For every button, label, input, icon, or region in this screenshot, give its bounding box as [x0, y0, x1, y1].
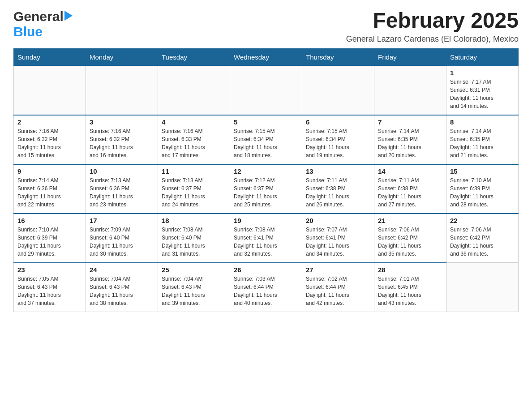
day-info: Sunrise: 7:05 AM Sunset: 6:43 PM Dayligh… — [17, 275, 82, 307]
calendar-cell — [446, 263, 519, 312]
day-info: Sunrise: 7:15 AM Sunset: 6:34 PM Dayligh… — [234, 127, 298, 159]
day-number: 22 — [450, 217, 515, 224]
calendar-cell: 11Sunrise: 7:13 AM Sunset: 6:37 PM Dayli… — [158, 164, 230, 214]
calendar-cell: 12Sunrise: 7:12 AM Sunset: 6:37 PM Dayli… — [230, 164, 302, 214]
day-info: Sunrise: 7:16 AM Sunset: 6:33 PM Dayligh… — [162, 127, 226, 159]
day-number: 14 — [378, 167, 442, 175]
day-number: 26 — [234, 266, 298, 274]
calendar-cell: 16Sunrise: 7:10 AM Sunset: 6:39 PM Dayli… — [14, 214, 86, 263]
day-number: 24 — [90, 266, 154, 274]
calendar-cell: 27Sunrise: 7:02 AM Sunset: 6:44 PM Dayli… — [302, 263, 374, 312]
calendar-week-row: 23Sunrise: 7:05 AM Sunset: 6:43 PM Dayli… — [14, 263, 519, 312]
day-info: Sunrise: 7:01 AM Sunset: 6:45 PM Dayligh… — [378, 275, 442, 307]
day-number: 25 — [162, 266, 226, 274]
calendar-cell — [230, 66, 302, 115]
day-number: 23 — [17, 266, 82, 274]
calendar-cell: 14Sunrise: 7:11 AM Sunset: 6:38 PM Dayli… — [374, 164, 446, 214]
day-number: 3 — [90, 118, 154, 126]
day-number: 8 — [450, 118, 515, 126]
day-number: 19 — [234, 217, 298, 224]
day-number: 6 — [306, 118, 370, 126]
day-info: Sunrise: 7:08 AM Sunset: 6:41 PM Dayligh… — [234, 226, 298, 258]
logo-general-text: General — [13, 9, 64, 24]
calendar-cell: 23Sunrise: 7:05 AM Sunset: 6:43 PM Dayli… — [14, 263, 86, 312]
calendar-cell — [374, 66, 446, 115]
calendar-cell: 26Sunrise: 7:03 AM Sunset: 6:44 PM Dayli… — [230, 263, 302, 312]
logo-arrow-icon — [64, 11, 73, 22]
day-number: 16 — [17, 217, 82, 224]
day-info: Sunrise: 7:03 AM Sunset: 6:44 PM Dayligh… — [234, 275, 298, 307]
day-info: Sunrise: 7:10 AM Sunset: 6:39 PM Dayligh… — [17, 226, 82, 258]
logo: General Blue — [13, 9, 73, 39]
calendar-cell: 28Sunrise: 7:01 AM Sunset: 6:45 PM Dayli… — [374, 263, 446, 312]
day-info: Sunrise: 7:13 AM Sunset: 6:36 PM Dayligh… — [90, 176, 154, 209]
calendar-cell — [86, 66, 158, 115]
calendar-cell: 3Sunrise: 7:16 AM Sunset: 6:32 PM Daylig… — [86, 115, 158, 164]
calendar-cell: 17Sunrise: 7:09 AM Sunset: 6:40 PM Dayli… — [86, 214, 158, 263]
day-number: 21 — [378, 217, 442, 224]
day-number: 4 — [162, 118, 226, 126]
weekday-header-tuesday: Tuesday — [158, 48, 230, 66]
logo-blue-text: Blue — [13, 24, 43, 39]
day-info: Sunrise: 7:11 AM Sunset: 6:38 PM Dayligh… — [378, 176, 442, 209]
day-info: Sunrise: 7:13 AM Sunset: 6:37 PM Dayligh… — [162, 176, 226, 209]
calendar-cell: 13Sunrise: 7:11 AM Sunset: 6:38 PM Dayli… — [302, 164, 374, 214]
day-number: 7 — [378, 118, 442, 126]
calendar-cell: 15Sunrise: 7:10 AM Sunset: 6:39 PM Dayli… — [446, 164, 519, 214]
calendar-cell: 4Sunrise: 7:16 AM Sunset: 6:33 PM Daylig… — [158, 115, 230, 164]
calendar-cell — [302, 66, 374, 115]
day-info: Sunrise: 7:11 AM Sunset: 6:38 PM Dayligh… — [306, 176, 370, 209]
calendar-cell: 2Sunrise: 7:16 AM Sunset: 6:32 PM Daylig… — [14, 115, 86, 164]
day-number: 11 — [162, 167, 226, 175]
calendar-header-row: SundayMondayTuesdayWednesdayThursdayFrid… — [14, 48, 519, 66]
calendar-cell: 1Sunrise: 7:17 AM Sunset: 6:31 PM Daylig… — [446, 66, 519, 115]
weekday-header-sunday: Sunday — [14, 48, 86, 66]
day-info: Sunrise: 7:07 AM Sunset: 6:41 PM Dayligh… — [306, 226, 370, 258]
day-info: Sunrise: 7:16 AM Sunset: 6:32 PM Dayligh… — [17, 127, 82, 159]
calendar-cell: 18Sunrise: 7:08 AM Sunset: 6:40 PM Dayli… — [158, 214, 230, 263]
svg-marker-0 — [64, 11, 73, 21]
weekday-header-thursday: Thursday — [302, 48, 374, 66]
day-info: Sunrise: 7:17 AM Sunset: 6:31 PM Dayligh… — [450, 78, 515, 110]
day-number: 12 — [234, 167, 298, 175]
day-number: 2 — [17, 118, 82, 126]
day-info: Sunrise: 7:06 AM Sunset: 6:42 PM Dayligh… — [450, 226, 515, 258]
day-info: Sunrise: 7:16 AM Sunset: 6:32 PM Dayligh… — [90, 127, 154, 159]
day-number: 27 — [306, 266, 370, 274]
day-info: Sunrise: 7:12 AM Sunset: 6:37 PM Dayligh… — [234, 176, 298, 209]
day-info: Sunrise: 7:15 AM Sunset: 6:34 PM Dayligh… — [306, 127, 370, 159]
day-number: 17 — [90, 217, 154, 224]
calendar-cell: 25Sunrise: 7:04 AM Sunset: 6:43 PM Dayli… — [158, 263, 230, 312]
calendar-cell: 19Sunrise: 7:08 AM Sunset: 6:41 PM Dayli… — [230, 214, 302, 263]
calendar-cell: 9Sunrise: 7:14 AM Sunset: 6:36 PM Daylig… — [14, 164, 86, 214]
calendar-week-row: 16Sunrise: 7:10 AM Sunset: 6:39 PM Dayli… — [14, 214, 519, 263]
day-number: 9 — [17, 167, 82, 175]
day-info: Sunrise: 7:14 AM Sunset: 6:36 PM Dayligh… — [17, 176, 82, 209]
calendar-week-row: 2Sunrise: 7:16 AM Sunset: 6:32 PM Daylig… — [14, 115, 519, 164]
day-number: 13 — [306, 167, 370, 175]
day-number: 1 — [450, 69, 515, 77]
day-number: 15 — [450, 167, 515, 175]
calendar-table: SundayMondayTuesdayWednesdayThursdayFrid… — [13, 48, 519, 313]
day-number: 20 — [306, 217, 370, 224]
calendar-cell: 5Sunrise: 7:15 AM Sunset: 6:34 PM Daylig… — [230, 115, 302, 164]
calendar-cell — [158, 66, 230, 115]
day-info: Sunrise: 7:08 AM Sunset: 6:40 PM Dayligh… — [162, 226, 226, 258]
title-block: February 2025 General Lazaro Cardenas (E… — [346, 9, 519, 44]
calendar-cell: 7Sunrise: 7:14 AM Sunset: 6:35 PM Daylig… — [374, 115, 446, 164]
calendar-cell: 20Sunrise: 7:07 AM Sunset: 6:41 PM Dayli… — [302, 214, 374, 263]
day-info: Sunrise: 7:02 AM Sunset: 6:44 PM Dayligh… — [306, 275, 370, 307]
day-number: 28 — [378, 266, 442, 274]
day-info: Sunrise: 7:10 AM Sunset: 6:39 PM Dayligh… — [450, 176, 515, 209]
day-number: 18 — [162, 217, 226, 224]
calendar-cell: 24Sunrise: 7:04 AM Sunset: 6:43 PM Dayli… — [86, 263, 158, 312]
weekday-header-saturday: Saturday — [446, 48, 519, 66]
day-info: Sunrise: 7:14 AM Sunset: 6:35 PM Dayligh… — [378, 127, 442, 159]
calendar-cell — [14, 66, 86, 115]
weekday-header-friday: Friday — [374, 48, 446, 66]
calendar-week-row: 1Sunrise: 7:17 AM Sunset: 6:31 PM Daylig… — [14, 66, 519, 115]
calendar-cell: 6Sunrise: 7:15 AM Sunset: 6:34 PM Daylig… — [302, 115, 374, 164]
location-subtitle: General Lazaro Cardenas (El Colorado), M… — [346, 34, 519, 44]
month-title: February 2025 — [346, 9, 519, 33]
calendar-cell: 8Sunrise: 7:14 AM Sunset: 6:35 PM Daylig… — [446, 115, 519, 164]
